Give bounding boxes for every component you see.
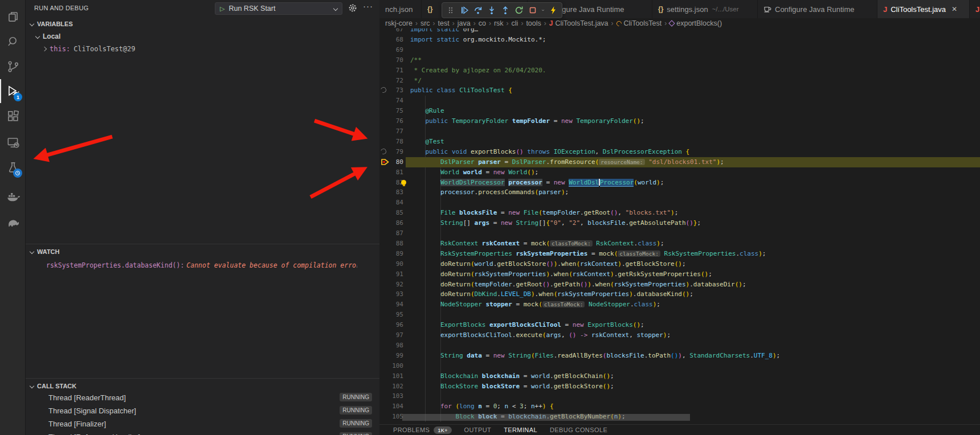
code-text[interactable]: */ <box>410 77 422 84</box>
call-stack-section-header[interactable]: CALL STACK <box>26 380 379 392</box>
code-line-95[interactable]: 95 <box>379 310 980 320</box>
code-editor[interactable]: 67import static org…68import static org.… <box>379 28 980 424</box>
code-text[interactable]: World world = new World(); <box>410 169 538 176</box>
horizontal-scrollbar[interactable] <box>402 414 690 421</box>
code-line-103[interactable]: 103 <box>379 391 980 401</box>
code-line-88[interactable]: 88 RskContext rskContext = mock(classToM… <box>379 239 980 249</box>
breadcrumb-item-tools[interactable]: tools <box>526 19 541 27</box>
drag-handle-button[interactable] <box>444 4 457 17</box>
stop-button[interactable] <box>526 4 539 17</box>
code-line-75[interactable]: 75 @Rule <box>379 106 980 116</box>
breadcrumb-item-test[interactable]: test <box>438 19 450 27</box>
stop-chevron-button[interactable] <box>540 4 546 17</box>
step-into-button[interactable] <box>485 4 498 17</box>
code-text[interactable]: RskSystemProperties rskSystemProperties … <box>410 250 766 257</box>
hot-code-replace-button[interactable] <box>547 4 560 17</box>
explorer-activity-item[interactable] <box>0 5 26 28</box>
line-number[interactable]: 76 <box>385 117 403 125</box>
code-line-78[interactable]: 78 @Test <box>379 137 980 147</box>
step-out-button[interactable] <box>499 4 512 17</box>
gradle-activity-item[interactable] <box>0 210 26 234</box>
code-line-100[interactable]: 100 <box>379 361 980 371</box>
line-number[interactable]: 100 <box>385 362 403 370</box>
launch-config-dropdown[interactable]: ▷ Run RSK Start <box>215 2 342 15</box>
code-text[interactable]: Blockchain blockchain = world.getBlockCh… <box>410 372 614 380</box>
breadcrumb-item-exportblocks-[interactable]: exportBlocks() <box>669 19 722 27</box>
code-text[interactable]: RskContext rskContext = mock(classToMock… <box>410 240 664 247</box>
line-number[interactable]: 103 <box>385 392 403 400</box>
code-line-104[interactable]: 104 for (long n = 0; n < 3; n++) { <box>379 401 980 412</box>
code-text[interactable]: BlockStore blockStore = world.getBlockSt… <box>410 383 614 390</box>
code-text[interactable]: doReturn(world.getBlockStore()).when(rsk… <box>410 260 686 268</box>
code-text[interactable]: processor.processCommands(parser); <box>410 188 569 196</box>
code-line-97[interactable]: 97 exportBlocksCliTool.execute(args, () … <box>379 330 980 340</box>
breadcrumb-item-rskj-core[interactable]: rskj-core <box>385 19 413 27</box>
line-number[interactable]: 72 <box>385 77 403 84</box>
code-line-79[interactable]: 79 public void exportBlocks() throws IOE… <box>379 147 980 157</box>
line-number[interactable]: 74 <box>385 97 403 104</box>
code-line-69[interactable]: 69 <box>379 45 980 55</box>
tab-settings.json[interactable]: {}settings.json~/.../User <box>652 0 758 18</box>
code-line-96[interactable]: 96 ExportBlocks exportBlocksCliTool = ne… <box>379 320 980 330</box>
code-line-91[interactable]: 91 doReturn(rskSystemProperties).when(rs… <box>379 269 980 280</box>
code-text[interactable]: * Created by ajlopez on 26/04/2020. <box>410 67 546 74</box>
remote-explorer-activity-item[interactable] <box>0 130 26 154</box>
line-number[interactable]: 81 <box>385 169 403 176</box>
code-line-93[interactable]: 93 doReturn(DbKind.LEVEL_DB).when(rskSys… <box>379 289 980 299</box>
line-number[interactable]: 96 <box>385 321 403 329</box>
variables-scope-local[interactable]: Local <box>26 31 379 42</box>
line-number[interactable]: 84 <box>385 199 403 206</box>
line-number[interactable]: 97 <box>385 331 403 339</box>
code-line-87[interactable]: 87 <box>379 228 980 239</box>
code-line-71[interactable]: 71 * Created by ajlopez on 26/04/2020. <box>379 65 980 76</box>
tab-nch.json[interactable]: nch.json <box>379 0 422 18</box>
code-line-76[interactable]: 76 public TemporaryFolder tempFolder = n… <box>379 116 980 126</box>
line-number[interactable]: 93 <box>385 290 403 298</box>
code-line-68[interactable]: 68import static org.mockito.Mockito.*; <box>379 35 980 45</box>
code-line-80[interactable]: 80 DslParser parser = DslParser.fromReso… <box>379 157 980 167</box>
code-line-67[interactable]: 67import static org… <box>379 28 980 35</box>
code-text[interactable]: DslParser parser = DslParser.fromResourc… <box>410 158 724 166</box>
line-number[interactable]: 69 <box>385 46 403 54</box>
lightbulb-icon[interactable] <box>401 180 406 185</box>
search-activity-item[interactable] <box>0 30 26 54</box>
code-text[interactable]: exportBlocksCliTool.execute(args, () -> … <box>410 331 671 339</box>
code-line-86[interactable]: 86 String[] args = new String[]{"0", "2"… <box>379 218 980 228</box>
source-control-activity-item[interactable] <box>0 55 26 79</box>
breadcrumb-item-rsk[interactable]: rsk <box>494 19 504 27</box>
code-line-74[interactable]: 74 <box>379 96 980 106</box>
code-text[interactable]: ExportBlocks exportBlocksCliTool = new E… <box>410 321 644 329</box>
line-number[interactable]: 91 <box>385 270 403 278</box>
line-number[interactable]: 88 <box>385 240 403 247</box>
watch-section-header[interactable]: WATCH <box>26 246 379 257</box>
code-line-90[interactable]: 90 doReturn(world.getBlockStore()).when(… <box>379 259 980 269</box>
code-line-92[interactable]: 92 doReturn(tempFolder.getRoot().getPath… <box>379 280 980 290</box>
code-text[interactable]: /** <box>410 56 422 64</box>
line-number[interactable]: 86 <box>385 219 403 227</box>
code-text[interactable]: @Rule <box>410 107 444 114</box>
code-text[interactable]: File blocksFile = new File(tempFolder.ge… <box>410 209 678 216</box>
restart-button[interactable] <box>513 4 525 17</box>
line-number[interactable]: 85 <box>385 209 403 216</box>
code-line-84[interactable]: 84 <box>379 198 980 208</box>
line-number[interactable]: 71 <box>385 67 403 74</box>
line-number[interactable]: 73 <box>385 87 403 94</box>
panel-tab-terminal[interactable]: TERMINAL <box>504 426 537 433</box>
line-number[interactable]: 75 <box>385 107 403 114</box>
call-stack-thread-row[interactable]: Thread [ReaderThread]RUNNING <box>26 392 379 404</box>
code-text[interactable]: @Test <box>410 138 444 145</box>
breadcrumb-item-clitoolstest[interactable]: CliToolsTest <box>616 19 662 27</box>
call-stack-thread-row[interactable]: Thread [Reference Handler]RUNNING <box>26 431 379 435</box>
code-line-72[interactable]: 72 */ <box>379 76 980 86</box>
code-text[interactable]: doReturn(DbKind.LEVEL_DB).when(rskSystem… <box>410 290 693 298</box>
code-text[interactable]: public void exportBlocks() throws IOExce… <box>410 148 689 155</box>
code-text[interactable]: public class CliToolsTest { <box>410 87 512 94</box>
docker-activity-item[interactable] <box>0 184 26 208</box>
step-over-button[interactable] <box>472 4 484 17</box>
line-number[interactable]: 102 <box>385 383 403 390</box>
line-number[interactable]: 89 <box>385 250 403 257</box>
watch-expression-row[interactable]: rskSystemProperties.databaseKind(): Cann… <box>26 260 379 271</box>
code-text[interactable]: public TemporaryFolder tempFolder = new … <box>410 117 644 125</box>
tab-CliToolsTest.java[interactable]: JCliToolsTest.java✕ <box>877 0 970 18</box>
variables-section-header[interactable]: VARIABLES <box>26 18 379 30</box>
